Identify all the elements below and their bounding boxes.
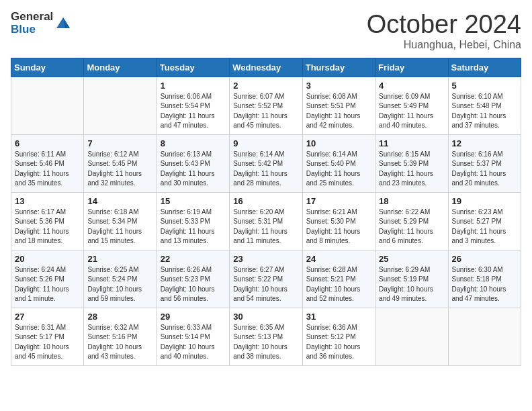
weekday-header-sunday: Sunday bbox=[11, 58, 84, 77]
day-number: 16 bbox=[233, 196, 298, 206]
day-number: 15 bbox=[161, 196, 226, 206]
logo-icon bbox=[56, 16, 71, 31]
day-info: Sunrise: 6:15 AMSunset: 5:39 PMDaylight:… bbox=[379, 150, 444, 189]
calendar-cell: 22Sunrise: 6:26 AMSunset: 5:23 PMDayligh… bbox=[157, 250, 229, 308]
calendar-cell bbox=[375, 308, 448, 365]
month-title: October 2024 bbox=[367, 11, 521, 39]
day-info: Sunrise: 6:29 AMSunset: 5:19 PMDaylight:… bbox=[379, 265, 444, 304]
calendar-cell: 25Sunrise: 6:29 AMSunset: 5:19 PMDayligh… bbox=[375, 250, 448, 308]
weekday-header-row: SundayMondayTuesdayWednesdayThursdayFrid… bbox=[11, 58, 521, 77]
day-info: Sunrise: 6:18 AMSunset: 5:34 PMDaylight:… bbox=[87, 208, 152, 246]
day-number: 7 bbox=[87, 138, 152, 148]
calendar-cell: 12Sunrise: 6:16 AMSunset: 5:37 PMDayligh… bbox=[448, 134, 521, 192]
day-info: Sunrise: 6:06 AMSunset: 5:54 PMDaylight:… bbox=[161, 92, 226, 131]
calendar-cell: 13Sunrise: 6:17 AMSunset: 5:36 PMDayligh… bbox=[11, 192, 84, 250]
day-info: Sunrise: 6:08 AMSunset: 5:51 PMDaylight:… bbox=[306, 92, 371, 131]
calendar-cell: 26Sunrise: 6:30 AMSunset: 5:18 PMDayligh… bbox=[448, 250, 521, 308]
calendar-cell: 6Sunrise: 6:11 AMSunset: 5:46 PMDaylight… bbox=[11, 134, 84, 192]
day-number: 28 bbox=[87, 312, 152, 322]
calendar-cell: 11Sunrise: 6:15 AMSunset: 5:39 PMDayligh… bbox=[375, 134, 448, 192]
calendar-week-row: 6Sunrise: 6:11 AMSunset: 5:46 PMDaylight… bbox=[11, 134, 521, 192]
day-info: Sunrise: 6:30 AMSunset: 5:18 PMDaylight:… bbox=[452, 265, 517, 304]
logo-blue: Blue bbox=[11, 24, 53, 36]
day-number: 9 bbox=[233, 138, 298, 148]
day-number: 1 bbox=[161, 81, 226, 91]
day-info: Sunrise: 6:14 AMSunset: 5:42 PMDaylight:… bbox=[233, 150, 298, 189]
day-info: Sunrise: 6:28 AMSunset: 5:21 PMDaylight:… bbox=[306, 265, 371, 304]
day-number: 11 bbox=[379, 138, 444, 148]
calendar-cell: 16Sunrise: 6:20 AMSunset: 5:31 PMDayligh… bbox=[230, 192, 302, 250]
day-number: 8 bbox=[161, 138, 226, 148]
calendar-cell bbox=[11, 77, 84, 134]
day-info: Sunrise: 6:07 AMSunset: 5:52 PMDaylight:… bbox=[233, 92, 298, 131]
calendar-cell: 15Sunrise: 6:19 AMSunset: 5:33 PMDayligh… bbox=[157, 192, 229, 250]
calendar-cell: 8Sunrise: 6:13 AMSunset: 5:43 PMDaylight… bbox=[157, 134, 229, 192]
calendar-cell bbox=[448, 308, 521, 365]
day-info: Sunrise: 6:14 AMSunset: 5:40 PMDaylight:… bbox=[306, 150, 371, 189]
day-number: 5 bbox=[452, 81, 517, 91]
location: Huanghua, Hebei, China bbox=[367, 39, 521, 51]
calendar-cell: 24Sunrise: 6:28 AMSunset: 5:21 PMDayligh… bbox=[302, 250, 375, 308]
logo-general: General bbox=[11, 11, 53, 24]
calendar-cell: 31Sunrise: 6:36 AMSunset: 5:12 PMDayligh… bbox=[302, 308, 375, 365]
day-info: Sunrise: 6:27 AMSunset: 5:22 PMDaylight:… bbox=[233, 265, 298, 304]
day-info: Sunrise: 6:25 AMSunset: 5:24 PMDaylight:… bbox=[87, 265, 152, 304]
day-number: 29 bbox=[161, 312, 226, 322]
day-number: 17 bbox=[306, 196, 371, 206]
calendar-table: SundayMondayTuesdayWednesdayThursdayFrid… bbox=[11, 58, 521, 366]
day-info: Sunrise: 6:20 AMSunset: 5:31 PMDaylight:… bbox=[233, 208, 298, 246]
calendar-cell: 27Sunrise: 6:31 AMSunset: 5:17 PMDayligh… bbox=[11, 308, 84, 365]
calendar-cell: 1Sunrise: 6:06 AMSunset: 5:54 PMDaylight… bbox=[157, 77, 229, 134]
calendar-cell: 19Sunrise: 6:23 AMSunset: 5:27 PMDayligh… bbox=[448, 192, 521, 250]
calendar-week-row: 20Sunrise: 6:24 AMSunset: 5:26 PMDayligh… bbox=[11, 250, 521, 308]
calendar-cell: 9Sunrise: 6:14 AMSunset: 5:42 PMDaylight… bbox=[230, 134, 302, 192]
day-info: Sunrise: 6:12 AMSunset: 5:45 PMDaylight:… bbox=[87, 150, 152, 189]
day-number: 26 bbox=[452, 254, 517, 264]
calendar-cell: 28Sunrise: 6:32 AMSunset: 5:16 PMDayligh… bbox=[84, 308, 157, 365]
day-info: Sunrise: 6:13 AMSunset: 5:43 PMDaylight:… bbox=[161, 150, 226, 189]
calendar-week-row: 1Sunrise: 6:06 AMSunset: 5:54 PMDaylight… bbox=[11, 77, 521, 134]
day-number: 10 bbox=[306, 138, 371, 148]
day-info: Sunrise: 6:19 AMSunset: 5:33 PMDaylight:… bbox=[161, 208, 226, 246]
day-number: 4 bbox=[379, 81, 444, 91]
day-number: 31 bbox=[306, 312, 371, 322]
day-number: 12 bbox=[452, 138, 517, 148]
day-number: 18 bbox=[379, 196, 444, 206]
weekday-header-friday: Friday bbox=[375, 58, 448, 77]
day-number: 3 bbox=[306, 81, 371, 91]
calendar-cell: 18Sunrise: 6:22 AMSunset: 5:29 PMDayligh… bbox=[375, 192, 448, 250]
day-number: 2 bbox=[233, 81, 298, 91]
day-number: 23 bbox=[233, 254, 298, 264]
day-info: Sunrise: 6:26 AMSunset: 5:23 PMDaylight:… bbox=[161, 265, 226, 304]
logo: General Blue bbox=[11, 11, 71, 36]
day-number: 21 bbox=[87, 254, 152, 264]
day-info: Sunrise: 6:09 AMSunset: 5:49 PMDaylight:… bbox=[379, 92, 444, 131]
day-number: 13 bbox=[15, 196, 80, 206]
day-number: 25 bbox=[379, 254, 444, 264]
weekday-header-tuesday: Tuesday bbox=[157, 58, 229, 77]
calendar-cell: 5Sunrise: 6:10 AMSunset: 5:48 PMDaylight… bbox=[448, 77, 521, 134]
day-info: Sunrise: 6:23 AMSunset: 5:27 PMDaylight:… bbox=[452, 208, 517, 246]
calendar-cell bbox=[84, 77, 157, 134]
weekday-header-saturday: Saturday bbox=[448, 58, 521, 77]
day-number: 19 bbox=[452, 196, 517, 206]
calendar-cell: 20Sunrise: 6:24 AMSunset: 5:26 PMDayligh… bbox=[11, 250, 84, 308]
calendar-cell: 7Sunrise: 6:12 AMSunset: 5:45 PMDaylight… bbox=[84, 134, 157, 192]
day-info: Sunrise: 6:24 AMSunset: 5:26 PMDaylight:… bbox=[15, 265, 80, 304]
day-info: Sunrise: 6:16 AMSunset: 5:37 PMDaylight:… bbox=[452, 150, 517, 189]
weekday-header-wednesday: Wednesday bbox=[230, 58, 302, 77]
day-info: Sunrise: 6:10 AMSunset: 5:48 PMDaylight:… bbox=[452, 92, 517, 131]
calendar-cell: 14Sunrise: 6:18 AMSunset: 5:34 PMDayligh… bbox=[84, 192, 157, 250]
calendar-cell: 29Sunrise: 6:33 AMSunset: 5:14 PMDayligh… bbox=[157, 308, 229, 365]
day-info: Sunrise: 6:11 AMSunset: 5:46 PMDaylight:… bbox=[15, 150, 80, 189]
calendar-cell: 23Sunrise: 6:27 AMSunset: 5:22 PMDayligh… bbox=[230, 250, 302, 308]
day-number: 27 bbox=[15, 312, 80, 322]
day-info: Sunrise: 6:22 AMSunset: 5:29 PMDaylight:… bbox=[379, 208, 444, 246]
day-number: 30 bbox=[233, 312, 298, 322]
calendar-cell: 21Sunrise: 6:25 AMSunset: 5:24 PMDayligh… bbox=[84, 250, 157, 308]
calendar-cell: 17Sunrise: 6:21 AMSunset: 5:30 PMDayligh… bbox=[302, 192, 375, 250]
calendar-cell: 30Sunrise: 6:35 AMSunset: 5:13 PMDayligh… bbox=[230, 308, 302, 365]
day-number: 24 bbox=[306, 254, 371, 264]
day-number: 22 bbox=[161, 254, 226, 264]
weekday-header-thursday: Thursday bbox=[302, 58, 375, 77]
